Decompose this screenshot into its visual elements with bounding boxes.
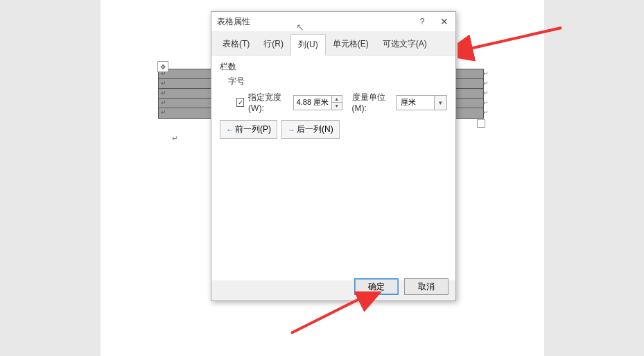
next-column-button[interactable]: → 后一列(N) [281, 120, 340, 139]
table-properties-dialog: 表格属性 ↖ ? ✕ 表格(T) 行(R) 列(U) 单元格(E) 可选文字(A… [211, 11, 456, 301]
width-decrease-button[interactable]: ▼ [332, 103, 342, 110]
table-move-handle[interactable]: ✥ [157, 61, 168, 72]
specify-width-checkbox[interactable]: ✓ [236, 98, 244, 107]
table-resize-handle[interactable] [477, 119, 485, 128]
unit-select[interactable]: 厘米 ▾ [396, 95, 447, 110]
mouse-cursor-icon: ↖ [296, 22, 304, 33]
prev-column-label: 前一列(P) [235, 124, 271, 135]
specify-width-label: 指定宽度(W): [248, 92, 289, 113]
cancel-button[interactable]: 取消 [404, 278, 449, 295]
tab-cell[interactable]: 单元格(E) [326, 34, 376, 55]
next-column-label: 后一列(N) [297, 124, 333, 135]
ok-button[interactable]: 确定 [354, 278, 399, 295]
arrow-right-icon: → [288, 126, 295, 134]
dialog-title: 表格属性 [217, 16, 250, 28]
paragraph-mark: ↵ [172, 134, 178, 143]
tab-alttext[interactable]: 可选文字(A) [376, 34, 434, 55]
tab-column[interactable]: 列(U) [290, 34, 326, 56]
arrow-left-icon: ← [226, 126, 234, 134]
section-subheading: 字号 [228, 76, 447, 87]
tab-row[interactable]: 行(R) [256, 34, 290, 55]
unit-value: 厘米 [397, 96, 434, 110]
tab-content-column: 栏数 字号 ✓ 指定宽度(W): ▲ ▼ 度量单位(M): 厘米 ▾ ← 前一列… [211, 56, 455, 280]
tab-table[interactable]: 表格(T) [216, 34, 256, 55]
dialog-titlebar: 表格属性 ↖ ? ✕ [211, 12, 455, 31]
close-button[interactable]: ✕ [433, 12, 455, 31]
help-button[interactable]: ? [411, 12, 433, 31]
previous-column-button[interactable]: ← 前一列(P) [220, 120, 277, 139]
width-input[interactable] [294, 96, 331, 110]
chevron-down-icon: ▾ [434, 96, 446, 110]
width-spinner: ▲ ▼ [293, 95, 342, 110]
dialog-tabs: 表格(T) 行(R) 列(U) 单元格(E) 可选文字(A) [211, 31, 455, 56]
unit-label: 度量单位(M): [352, 92, 392, 113]
width-increase-button[interactable]: ▲ [332, 96, 342, 103]
section-heading: 栏数 [220, 61, 447, 73]
